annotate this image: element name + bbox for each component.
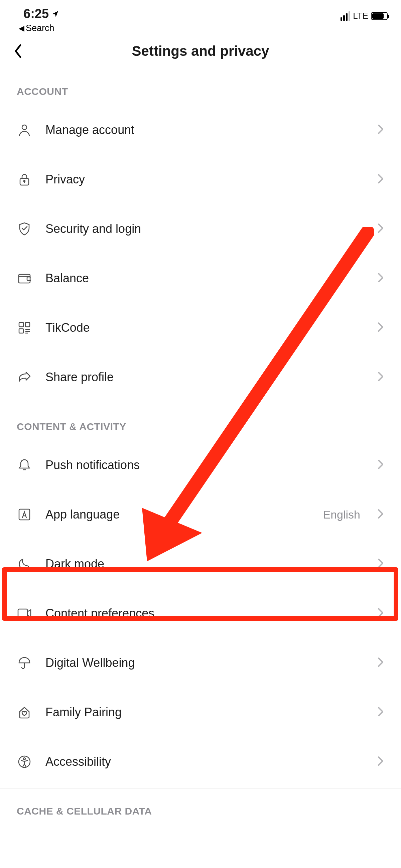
bell-icon <box>17 458 32 472</box>
svg-rect-8 <box>25 322 30 327</box>
chevron-right-icon <box>378 459 384 471</box>
row-label: Dark mode <box>45 557 364 571</box>
back-button[interactable] <box>13 43 23 59</box>
row-label: App language <box>45 507 309 522</box>
location-icon <box>52 10 59 18</box>
row-app-language[interactable]: App language English <box>0 490 401 539</box>
row-balance[interactable]: Balance <box>0 254 401 303</box>
row-label: Privacy <box>45 173 364 186</box>
row-digital-wellbeing[interactable]: Digital Wellbeing <box>0 638 401 688</box>
battery-icon <box>371 12 388 20</box>
section-header-content-activity: CONTENT & ACTIVITY <box>0 406 401 440</box>
row-label: Share profile <box>45 370 364 384</box>
chevron-right-icon <box>378 707 384 718</box>
row-label: Security and login <box>45 222 364 236</box>
chevron-right-icon <box>378 372 384 383</box>
section-header-cache: CACHE & CELLULAR DATA <box>0 791 401 820</box>
chevron-right-icon <box>378 657 384 669</box>
row-value: English <box>323 508 360 521</box>
svg-point-0 <box>22 125 27 130</box>
row-label: Family Pairing <box>45 705 364 719</box>
row-dark-mode[interactable]: Dark mode <box>0 539 401 589</box>
umbrella-icon <box>17 656 32 670</box>
row-label: TikCode <box>45 321 364 335</box>
page-title: Settings and privacy <box>0 43 401 59</box>
section-divider <box>0 404 401 404</box>
chevron-right-icon <box>378 322 384 334</box>
row-family-pairing[interactable]: Family Pairing <box>0 688 401 737</box>
qrcode-icon <box>17 321 32 334</box>
accessibility-icon <box>17 755 32 769</box>
row-privacy[interactable]: Privacy <box>0 155 401 204</box>
chevron-right-icon <box>378 558 384 570</box>
person-icon <box>17 123 32 137</box>
chevron-right-icon <box>378 273 384 284</box>
page-header: Settings and privacy <box>0 33 401 71</box>
lock-icon <box>17 173 32 186</box>
svg-rect-7 <box>19 322 23 327</box>
row-security[interactable]: Security and login <box>0 204 401 254</box>
chevron-right-icon <box>378 756 384 768</box>
shield-icon <box>17 222 32 236</box>
svg-point-17 <box>23 758 25 760</box>
row-share-profile[interactable]: Share profile <box>0 352 401 402</box>
chevron-right-icon <box>378 608 384 619</box>
svg-rect-4 <box>19 274 30 283</box>
video-icon <box>17 608 32 619</box>
wallet-icon <box>17 272 32 284</box>
chevron-right-icon <box>378 124 384 136</box>
row-content-preferences[interactable]: Content preferences <box>0 589 401 638</box>
network-label: LTE <box>353 11 368 21</box>
row-label: Accessibility <box>45 755 364 769</box>
language-icon <box>17 508 32 521</box>
row-label: Digital Wellbeing <box>45 656 364 670</box>
row-label: Content preferences <box>45 607 364 620</box>
svg-point-2 <box>24 180 25 182</box>
status-time: 6:25 <box>23 7 59 21</box>
status-breadcrumb-back[interactable]: ◀ Search <box>19 23 55 33</box>
row-push-notifications[interactable]: Push notifications <box>0 440 401 490</box>
row-label: Push notifications <box>45 458 364 472</box>
row-label: Balance <box>45 271 364 285</box>
status-bar: 6:25 ◀ Search LTE <box>0 0 401 33</box>
section-divider <box>0 788 401 789</box>
section-header-account: ACCOUNT <box>0 71 401 105</box>
chevron-right-icon <box>378 174 384 185</box>
signal-icon <box>341 11 350 21</box>
svg-rect-15 <box>18 609 27 618</box>
row-label: Manage account <box>45 123 364 137</box>
row-accessibility[interactable]: Accessibility <box>0 737 401 786</box>
moon-icon <box>17 558 32 570</box>
chevron-right-icon <box>378 509 384 520</box>
row-tikcode[interactable]: TikCode <box>0 303 401 352</box>
chevron-right-icon <box>378 223 384 235</box>
row-manage-account[interactable]: Manage account <box>0 105 401 155</box>
share-icon <box>17 371 32 383</box>
svg-rect-9 <box>19 329 23 333</box>
home-heart-icon <box>17 706 32 719</box>
